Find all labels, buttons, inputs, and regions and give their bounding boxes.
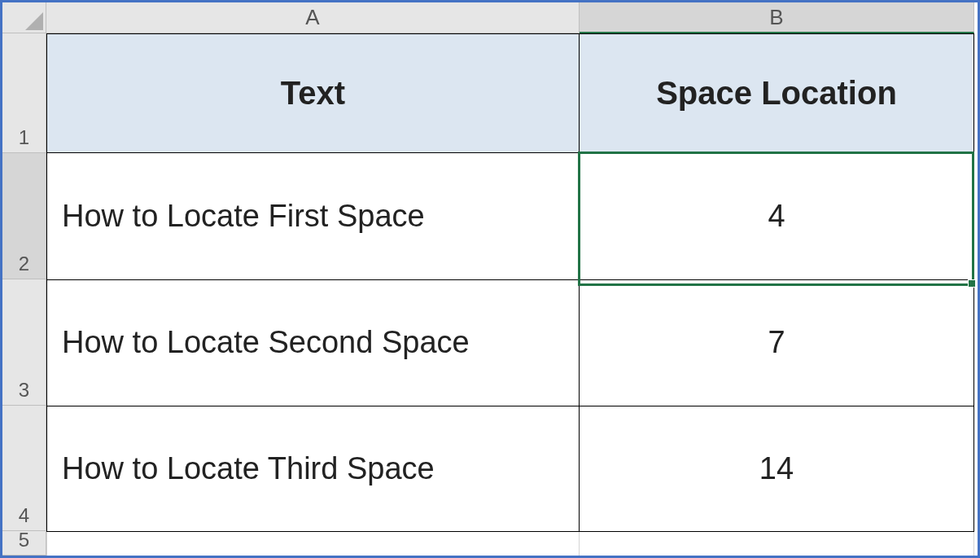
table-row: How to Locate Third Space 14: [46, 406, 978, 533]
table-header-row: Text Space Location: [46, 33, 978, 153]
column-header-b[interactable]: B: [580, 2, 974, 33]
table-row: How to Locate Second Space 7: [46, 280, 978, 406]
cell-b1[interactable]: Space Location: [580, 33, 974, 153]
row-header-5[interactable]: 5: [2, 531, 46, 556]
row-header-2[interactable]: 2: [2, 153, 46, 279]
cell-b2[interactable]: 4: [580, 153, 974, 280]
cell-a2[interactable]: How to Locate First Space: [46, 153, 580, 280]
row-header-3[interactable]: 3: [2, 279, 46, 405]
row-headers-column: 1 2 3 4 5: [2, 2, 46, 556]
spreadsheet-container: 1 2 3 4 5 A B Text Space Location How to…: [2, 2, 978, 556]
cell-b4[interactable]: 14: [580, 406, 974, 533]
cell-a1[interactable]: Text: [46, 33, 580, 153]
select-all-triangle-icon: [25, 12, 43, 30]
table-row: How to Locate First Space 4: [46, 153, 978, 280]
row-header-1[interactable]: 1: [2, 33, 46, 153]
cell-a4[interactable]: How to Locate Third Space: [46, 406, 580, 533]
cell-a5[interactable]: [46, 532, 580, 556]
cell-a3[interactable]: How to Locate Second Space: [46, 280, 580, 406]
select-all-corner[interactable]: [2, 2, 46, 33]
empty-row: [46, 532, 978, 556]
column-header-a[interactable]: A: [46, 2, 580, 33]
column-headers-row: A B: [46, 2, 978, 33]
grid-main: A B Text Space Location How to Locate Fi…: [46, 2, 978, 556]
cell-b5[interactable]: [580, 532, 974, 556]
row-header-4[interactable]: 4: [2, 406, 46, 531]
cell-b3[interactable]: 7: [580, 280, 974, 406]
